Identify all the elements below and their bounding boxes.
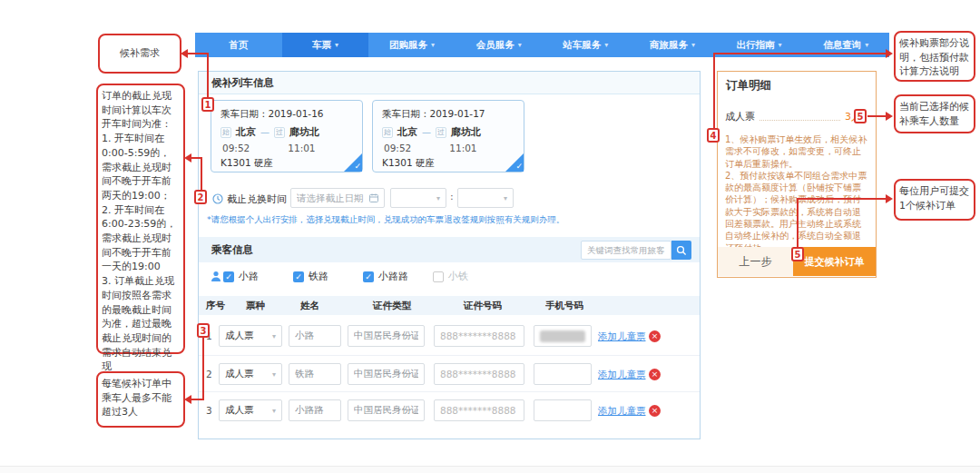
checkbox-unchecked-icon[interactable]: [433, 271, 444, 282]
delete-row-icon[interactable]: ×: [649, 330, 661, 342]
annotation-max-passengers: 每笔候补订单中乘车人最多不能超过3人: [96, 371, 185, 428]
deadline-date-field[interactable]: [297, 192, 369, 203]
train-route: 始 北京 — 过 廊坊北: [382, 125, 481, 139]
marker-5b: 5: [791, 247, 804, 261]
nav-item-group-services[interactable]: 团购服务▾: [368, 33, 456, 57]
train-number-seat: K1301 硬座: [382, 157, 435, 170]
annotation-deadline-rules: 订单的截止兑现时间计算以车次开车时间为准： 1. 开车时间在0:00-5:59的…: [96, 84, 185, 354]
ticket-type-select[interactable]: 成人票▾: [219, 325, 282, 347]
marker-4: 4: [707, 128, 720, 143]
connector-line: [713, 53, 887, 54]
id-number-input[interactable]: [434, 399, 524, 421]
checkbox-checked-icon[interactable]: ✓: [293, 271, 304, 282]
chevron-down-icon: ▾: [431, 41, 435, 49]
order-item-row: 成人票 3人: [725, 110, 861, 123]
chevron-down-icon: ▾: [436, 194, 440, 202]
id-number-input[interactable]: [434, 363, 524, 385]
origin-station: 北京: [397, 125, 417, 139]
train-card-1[interactable]: 乘车日期：2019-01-16 始 北京 — 过 廊坊北 09:5211:01 …: [211, 100, 363, 172]
add-child-ticket-link[interactable]: 添加儿童票: [598, 369, 646, 381]
back-button[interactable]: 上一步: [718, 247, 793, 276]
phone-input[interactable]: [534, 399, 592, 421]
chevron-down-icon: ▾: [335, 41, 338, 49]
submit-waitlist-order-button[interactable]: 提交候补订单: [793, 247, 876, 276]
time-colon: :: [450, 191, 454, 202]
marker-5a: 5: [854, 109, 867, 123]
passenger-row-2: 2 成人票▾ 添加儿童票 ×: [199, 360, 700, 388]
quick-select-passenger-4[interactable]: 小铁: [433, 270, 468, 283]
delete-row-icon[interactable]: ×: [649, 405, 661, 417]
chevron-down-icon: ▾: [272, 332, 276, 340]
route-arrow-icon: —: [422, 127, 431, 137]
name-input[interactable]: [289, 399, 341, 421]
calendar-icon: [369, 193, 378, 202]
chevron-down-icon: ▾: [272, 407, 276, 415]
quick-select-passenger-1[interactable]: ✓ 小路: [223, 270, 259, 283]
delete-row-icon[interactable]: ×: [649, 369, 661, 380]
connector-line: [188, 53, 209, 54]
name-input[interactable]: [289, 363, 341, 385]
page-bottom-divider: [0, 466, 980, 473]
destination-tag: 过: [274, 127, 285, 138]
id-type-input[interactable]: [348, 399, 425, 421]
deadline-hour-select[interactable]: ▾: [390, 188, 446, 208]
clock-icon: [212, 193, 223, 204]
nav-item-tickets[interactable]: 车票▾: [282, 33, 369, 57]
destination-station: 廊坊北: [451, 125, 481, 139]
order-item-label: 成人票: [725, 110, 755, 123]
arrowhead: [181, 49, 188, 58]
checkbox-checked-icon[interactable]: ✓: [223, 271, 234, 282]
train-date: 乘车日期：2019-01-17: [382, 108, 485, 121]
id-type-input[interactable]: [348, 325, 425, 347]
col-id-number: 证件号码: [464, 300, 502, 312]
train-card-2[interactable]: 乘车日期：2019-01-17 始 北京 — 过 廊坊北 09:5211:01 …: [372, 100, 524, 172]
phone-input[interactable]: [534, 363, 592, 385]
origin-tag: 始: [382, 127, 393, 138]
quick-select-passenger-2[interactable]: ✓ 铁路: [293, 270, 328, 283]
train-number-seat: K1301 硬座: [220, 157, 273, 170]
page: 首页 车票▾ 团购服务▾ 会员服务▾ 站车服务▾ 商旅服务▾ 出行指南▾ 信息查…: [0, 0, 980, 473]
connector-line: [201, 157, 202, 191]
passenger-section-title: 乘客信息: [211, 243, 253, 257]
col-ticket-type: 票种: [246, 300, 265, 312]
chevron-down-icon: ▾: [865, 41, 868, 49]
passenger-search-field[interactable]: [587, 245, 665, 255]
train-date: 乘车日期：2019-01-16: [220, 108, 324, 121]
annotation-order-notes: 候补购票部分说明，包括预付款计算方法说明: [894, 31, 975, 82]
origin-tag: 始: [220, 127, 231, 138]
checkbox-checked-icon[interactable]: ✓: [363, 271, 374, 282]
quick-select-passenger-3[interactable]: ✓ 小路路: [363, 270, 408, 283]
chevron-down-icon: ▾: [272, 370, 276, 379]
add-child-ticket-link[interactable]: 添加儿童票: [598, 330, 646, 343]
deadline-minute-select[interactable]: ▾: [457, 188, 514, 208]
nav-item-station-services[interactable]: 站车服务▾: [543, 33, 630, 57]
nav-item-business-travel[interactable]: 商旅服务▾: [629, 33, 716, 57]
nav-item-member-services[interactable]: 会员服务▾: [456, 33, 543, 57]
id-type-input[interactable]: [348, 363, 425, 385]
row-seq: 2: [206, 369, 212, 379]
row-divider: [199, 355, 700, 356]
arrowhead: [886, 49, 893, 58]
col-phone: 手机号码: [545, 300, 583, 312]
train-times: 09:5211:01: [222, 143, 316, 153]
phone-input[interactable]: [534, 325, 592, 347]
chevron-down-icon: ▾: [604, 41, 608, 49]
train-times: 09:5211:01: [384, 143, 477, 153]
connector-line: [797, 198, 887, 200]
ticket-type-select[interactable]: 成人票▾: [219, 399, 282, 421]
passenger-search-input[interactable]: [581, 241, 671, 260]
annotation-waitlist-demand: 候补需求: [98, 34, 181, 74]
name-input[interactable]: [289, 325, 341, 347]
connector-line: [797, 198, 799, 248]
selected-check-icon: ✓: [505, 153, 524, 172]
id-number-input[interactable]: [434, 325, 524, 347]
passenger-row-3: 3 成人票▾ 添加儿童票 ×: [199, 397, 700, 424]
add-child-ticket-link[interactable]: 添加儿童票: [598, 405, 646, 418]
connector-line: [867, 115, 887, 117]
search-button[interactable]: [671, 241, 691, 260]
marker-1: 1: [201, 97, 214, 112]
deadline-label: 截止兑换时间：: [227, 192, 297, 206]
ticket-type-select[interactable]: 成人票▾: [219, 363, 282, 385]
deadline-date-input[interactable]: [290, 188, 385, 208]
phone-censored-blob: [540, 330, 585, 342]
